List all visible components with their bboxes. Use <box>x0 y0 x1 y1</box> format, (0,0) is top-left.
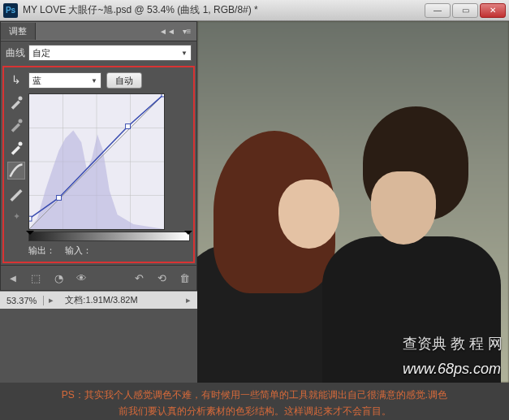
input-label: 输入： <box>65 245 92 257</box>
auto-button[interactable]: 自动 <box>106 72 142 89</box>
adjustments-panel-column: 调整 ◄◄ ▾≡ 曲线 自定 ↳ <box>0 21 197 383</box>
doc-label: 文档: <box>65 295 85 305</box>
preset-row: 曲线 自定 <box>1 41 196 64</box>
canvas-image-area[interactable]: 查资典 教 程 网 www.68ps.com <box>197 21 509 383</box>
caption-line-2: 前我们要认真的分析素材的色彩结构。这样调起来才不会盲目。 <box>0 404 509 420</box>
doc-size: 1.91M/3.82M <box>85 295 137 305</box>
curves-body: 蓝 自动 <box>27 69 192 260</box>
preset-dropdown[interactable]: 自定 <box>28 45 192 61</box>
zoom-value[interactable]: 53.37% <box>0 296 44 305</box>
panel-collapse-icon[interactable]: ◄◄ <box>157 27 177 36</box>
minimize-button[interactable]: — <box>425 3 451 18</box>
curve-point-1[interactable] <box>57 196 62 201</box>
curve-point-2[interactable] <box>126 124 131 129</box>
tab-adjustments[interactable]: 调整 <box>1 23 36 40</box>
prev-state-icon[interactable]: ↶ <box>132 271 146 285</box>
curves-label: 曲线 <box>6 46 25 60</box>
reset-icon[interactable]: ⟲ <box>154 271 169 285</box>
target-adjust-icon[interactable]: ↳ <box>7 71 25 89</box>
workspace: 调整 ◄◄ ▾≡ 曲线 自定 ↳ <box>0 21 509 383</box>
close-button[interactable]: ✕ <box>480 3 506 18</box>
highlighted-curves-area: ↳ <box>4 67 193 262</box>
curve-point-0[interactable] <box>29 216 32 221</box>
adjustments-panel: 调整 ◄◄ ▾≡ 曲线 自定 ↳ <box>0 21 197 291</box>
eyedropper-gray-icon[interactable] <box>7 116 25 134</box>
channel-dropdown[interactable]: 蓝 <box>28 72 101 89</box>
trash-icon[interactable]: 🗑 <box>177 271 192 285</box>
curves-tool-column: ↳ <box>6 69 27 260</box>
window-title: MY LOVE 大眼仔~旭.psd @ 53.4% (曲线 1, RGB/8#)… <box>23 3 425 17</box>
eyedropper-white-icon[interactable] <box>7 139 25 157</box>
panel-menu-icon[interactable]: ▾≡ <box>177 27 196 36</box>
svg-point-0 <box>19 97 23 101</box>
maximize-button[interactable]: ▭ <box>452 3 478 18</box>
status-menu-icon[interactable]: ▸ <box>179 295 197 305</box>
eyedropper-black-icon[interactable] <box>7 93 25 111</box>
zoom-arrow-icon[interactable]: ▸ <box>44 295 58 305</box>
curve-point-3[interactable] <box>162 94 164 97</box>
output-label: 输出： <box>28 245 55 257</box>
curve-edit-icon[interactable] <box>7 162 25 180</box>
input-gradient-slider[interactable] <box>28 232 190 241</box>
panel-header: 调整 ◄◄ ▾≡ <box>1 22 196 41</box>
expand-icon[interactable]: ⬚ <box>28 271 43 285</box>
photoshop-icon: Ps <box>3 3 18 18</box>
window-titlebar: Ps MY LOVE 大眼仔~旭.psd @ 53.4% (曲线 1, RGB/… <box>0 0 509 21</box>
svg-point-2 <box>19 142 23 146</box>
clip-layer-icon[interactable]: ◔ <box>51 271 66 285</box>
watermark-main: www.68ps.com <box>403 361 501 378</box>
caption-line-1: PS：其实我个人感觉调色不难，有时候用一些简单的工具就能调出自己很满意的感觉.调… <box>0 383 509 404</box>
back-arrow-icon[interactable]: ◄ <box>6 271 20 285</box>
illustration-woman <box>197 98 343 383</box>
panel-bottom-toolbar: ◄ ⬚ ◔ 👁 ↶ ⟲ 🗑 <box>1 265 196 290</box>
curves-graph[interactable] <box>28 93 165 230</box>
output-input-row: 输出： 输入： <box>27 241 192 260</box>
visibility-icon[interactable]: 👁 <box>74 271 88 285</box>
smooth-icon[interactable]: ✦ <box>7 207 25 225</box>
watermark-corner: 查资典 教 程 网 <box>403 334 503 353</box>
photo-content <box>197 21 509 383</box>
svg-point-1 <box>19 119 23 123</box>
status-bar: 53.37% ▸ 文档:1.91M/3.82M ▸ <box>0 291 197 309</box>
pencil-icon[interactable] <box>7 184 25 202</box>
